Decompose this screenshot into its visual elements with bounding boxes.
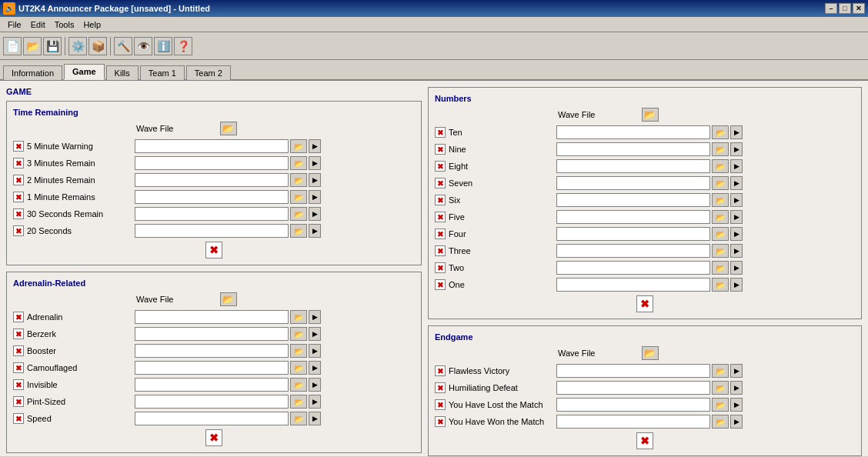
time-remaining-open-btn-4[interactable]: 📂: [290, 207, 307, 221]
endgame-play-btn-1[interactable]: ▶: [730, 381, 743, 395]
tab-information[interactable]: Information: [3, 65, 62, 80]
endgame-checkbox-3[interactable]: ✖: [435, 416, 446, 427]
adrenalin-open-btn-6[interactable]: 📂: [290, 412, 307, 425]
numbers-input-2[interactable]: [556, 159, 710, 173]
endgame-checkbox-0[interactable]: ✖: [435, 365, 446, 376]
menu-tools[interactable]: Tools: [50, 18, 79, 31]
adrenalin-input-1[interactable]: [135, 327, 289, 341]
numbers-checkbox-1[interactable]: ✖: [435, 144, 446, 155]
toolbar-info[interactable]: ℹ️: [154, 37, 172, 55]
toolbar-package[interactable]: 📦: [88, 37, 107, 55]
toolbar-new[interactable]: 📄: [3, 37, 22, 55]
adrenalin-play-btn-5[interactable]: ▶: [309, 395, 321, 409]
time-remaining-open-btn-5[interactable]: 📂: [290, 224, 307, 238]
wave-header-open-tr[interactable]: 📂: [220, 122, 237, 135]
numbers-open-btn-8[interactable]: 📂: [712, 261, 729, 275]
time-remaining-input-3[interactable]: [135, 190, 289, 204]
adrenalin-open-btn-0[interactable]: 📂: [290, 310, 307, 324]
time-remaining-open-btn-3[interactable]: 📂: [290, 190, 307, 204]
adrenalin-checkbox-2[interactable]: ✖: [13, 345, 24, 356]
adrenalin-play-btn-6[interactable]: ▶: [309, 412, 321, 425]
menu-file[interactable]: File: [3, 18, 26, 31]
numbers-play-btn-2[interactable]: ▶: [730, 159, 743, 173]
toolbar-help[interactable]: ❓: [174, 37, 192, 55]
menu-edit[interactable]: Edit: [26, 18, 50, 31]
time-remaining-play-btn-3[interactable]: ▶: [309, 190, 321, 204]
time-remaining-delete-btn[interactable]: ✖: [205, 242, 222, 259]
endgame-input-2[interactable]: [556, 398, 710, 412]
adrenalin-input-6[interactable]: [135, 412, 289, 425]
numbers-checkbox-9[interactable]: ✖: [435, 279, 446, 290]
numbers-checkbox-7[interactable]: ✖: [435, 245, 446, 256]
tab-team1[interactable]: Team 1: [140, 65, 185, 80]
endgame-open-btn-0[interactable]: 📂: [712, 364, 729, 378]
numbers-checkbox-5[interactable]: ✖: [435, 212, 446, 222]
time-remaining-play-btn-0[interactable]: ▶: [309, 139, 321, 153]
tab-game[interactable]: Game: [64, 64, 105, 80]
endgame-play-btn-0[interactable]: ▶: [730, 364, 743, 378]
adrenalin-input-3[interactable]: [135, 361, 289, 375]
adrenalin-open-btn-4[interactable]: 📂: [290, 378, 307, 392]
adrenalin-input-2[interactable]: [135, 344, 289, 358]
time-remaining-play-btn-5[interactable]: ▶: [309, 224, 321, 238]
numbers-open-btn-5[interactable]: 📂: [712, 210, 729, 224]
adrenalin-checkbox-4[interactable]: ✖: [13, 379, 24, 390]
endgame-input-0[interactable]: [556, 364, 710, 378]
endgame-input-1[interactable]: [556, 381, 710, 395]
time-remaining-input-5[interactable]: [135, 224, 289, 238]
toolbar-build[interactable]: 🔨: [114, 37, 132, 55]
endgame-play-btn-2[interactable]: ▶: [730, 398, 743, 412]
adrenalin-input-4[interactable]: [135, 378, 289, 392]
close-button[interactable]: ✕: [853, 3, 865, 14]
numbers-input-9[interactable]: [556, 278, 710, 292]
endgame-input-3[interactable]: [556, 415, 710, 429]
menu-help[interactable]: Help: [78, 18, 105, 31]
numbers-input-1[interactable]: [556, 142, 710, 156]
endgame-open-btn-2[interactable]: 📂: [712, 398, 729, 412]
time-remaining-play-btn-4[interactable]: ▶: [309, 207, 321, 221]
adrenalin-play-btn-0[interactable]: ▶: [309, 310, 321, 324]
numbers-play-btn-7[interactable]: ▶: [730, 244, 743, 258]
wave-header-open-ar[interactable]: 📂: [220, 292, 237, 306]
time-remaining-checkbox-1[interactable]: ✖: [13, 158, 24, 168]
adrenalin-checkbox-0[interactable]: ✖: [13, 312, 24, 322]
time-remaining-play-btn-1[interactable]: ▶: [309, 156, 321, 170]
numbers-play-btn-8[interactable]: ▶: [730, 261, 743, 275]
numbers-checkbox-2[interactable]: ✖: [435, 161, 446, 172]
numbers-checkbox-3[interactable]: ✖: [435, 178, 446, 188]
endgame-open-btn-1[interactable]: 📂: [712, 381, 729, 395]
numbers-open-btn-0[interactable]: 📂: [712, 125, 729, 139]
adrenalin-input-0[interactable]: [135, 310, 289, 324]
numbers-input-4[interactable]: [556, 193, 710, 207]
toolbar-preview[interactable]: 👁️: [134, 37, 152, 55]
numbers-input-7[interactable]: [556, 244, 710, 258]
adrenalin-checkbox-5[interactable]: ✖: [13, 396, 24, 407]
toolbar-settings[interactable]: ⚙️: [68, 37, 87, 55]
maximize-button[interactable]: □: [839, 3, 851, 14]
numbers-play-btn-5[interactable]: ▶: [730, 210, 743, 224]
adrenalin-open-btn-3[interactable]: 📂: [290, 361, 307, 375]
time-remaining-input-1[interactable]: [135, 156, 289, 170]
numbers-open-btn-2[interactable]: 📂: [712, 159, 729, 173]
endgame-delete-btn[interactable]: ✖: [636, 432, 653, 449]
toolbar-save[interactable]: 💾: [43, 37, 62, 55]
wave-header-open-end[interactable]: 📂: [642, 346, 659, 360]
numbers-checkbox-0[interactable]: ✖: [435, 127, 446, 138]
numbers-open-btn-1[interactable]: 📂: [712, 142, 729, 156]
adrenalin-checkbox-3[interactable]: ✖: [13, 362, 24, 373]
adrenalin-delete-btn[interactable]: ✖: [205, 429, 222, 446]
time-remaining-open-btn-1[interactable]: 📂: [290, 156, 307, 170]
time-remaining-play-btn-2[interactable]: ▶: [309, 173, 321, 187]
numbers-play-btn-4[interactable]: ▶: [730, 193, 743, 207]
time-remaining-open-btn-2[interactable]: 📂: [290, 173, 307, 187]
time-remaining-checkbox-3[interactable]: ✖: [13, 192, 24, 202]
numbers-delete-btn[interactable]: ✖: [636, 295, 653, 312]
numbers-play-btn-9[interactable]: ▶: [730, 278, 743, 292]
numbers-open-btn-6[interactable]: 📂: [712, 227, 729, 241]
numbers-checkbox-6[interactable]: ✖: [435, 228, 446, 239]
numbers-input-5[interactable]: [556, 210, 710, 224]
numbers-play-btn-3[interactable]: ▶: [730, 176, 743, 190]
numbers-open-btn-9[interactable]: 📂: [712, 278, 729, 292]
adrenalin-play-btn-1[interactable]: ▶: [309, 327, 321, 341]
adrenalin-play-btn-2[interactable]: ▶: [309, 344, 321, 358]
